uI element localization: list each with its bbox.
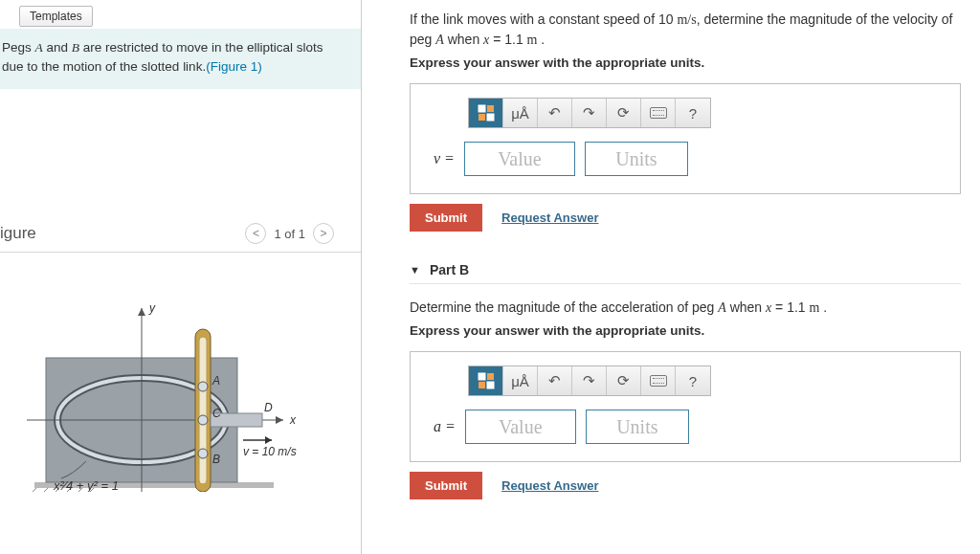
- partA-submit-button[interactable]: Submit: [410, 204, 482, 232]
- svg-rect-15: [199, 337, 207, 484]
- svg-line-2: [42, 488, 48, 492]
- svg-rect-22: [479, 105, 485, 112]
- svg-rect-27: [487, 373, 494, 380]
- label-D: D: [264, 401, 273, 414]
- v-label: v = 10 m/s: [243, 445, 297, 458]
- partA-units-input[interactable]: Units: [585, 142, 688, 176]
- intro-text: Pegs A and B are restricted to move in t…: [2, 40, 323, 74]
- svg-marker-21: [265, 436, 272, 444]
- y-axis-label: y: [148, 301, 156, 315]
- reset-icon[interactable]: ⟳: [607, 366, 641, 395]
- partB-title: Part B: [430, 262, 469, 277]
- partA-express: Express your answer with the appropriate…: [410, 55, 961, 70]
- figure-pager-text: 1 of 1: [274, 227, 305, 241]
- template-tool-icon[interactable]: [469, 99, 503, 127]
- svg-rect-29: [487, 382, 494, 388]
- figure-next-button[interactable]: >: [313, 223, 334, 244]
- help-icon[interactable]: ?: [676, 366, 710, 395]
- collapse-icon: ▼: [410, 264, 420, 276]
- label-B: B: [212, 453, 220, 466]
- partB-toolbar: μÅ ↶ ↷ ⟳ ?: [468, 366, 711, 396]
- figure-title: igure: [0, 224, 36, 243]
- partB-express: Express your answer with the appropriate…: [410, 323, 961, 338]
- partA-variable: v =: [434, 150, 455, 167]
- keyboard-icon[interactable]: [641, 366, 676, 395]
- figure-header: igure < 1 of 1 >: [0, 223, 361, 253]
- undo-icon[interactable]: ↶: [538, 366, 572, 395]
- svg-point-19: [198, 449, 208, 458]
- svg-rect-24: [479, 114, 485, 121]
- diagram-svg: y x D A C B v = 10 m/s: [27, 291, 314, 492]
- figure-pager: < 1 of 1 >: [245, 223, 334, 244]
- svg-rect-28: [479, 382, 485, 388]
- partA-toolbar: μÅ ↶ ↷ ⟳ ?: [468, 98, 711, 128]
- label-A: A: [212, 374, 220, 388]
- partA-value-input[interactable]: Value: [464, 142, 575, 176]
- svg-marker-11: [276, 416, 283, 424]
- partB-value-input[interactable]: Value: [465, 410, 576, 444]
- partB-units-input[interactable]: Units: [586, 410, 689, 444]
- partB-header[interactable]: ▼ Part B: [410, 256, 961, 284]
- partA-request-answer-link[interactable]: Request Answer: [501, 211, 598, 225]
- svg-point-17: [198, 382, 208, 391]
- svg-line-1: [31, 488, 36, 492]
- reset-icon[interactable]: ⟳: [607, 99, 641, 127]
- template-tool-icon[interactable]: [469, 366, 503, 395]
- svg-marker-13: [138, 308, 145, 316]
- undo-icon[interactable]: ↶: [538, 99, 572, 127]
- partA-answer-box: μÅ ↶ ↷ ⟳ ? v = Value Units: [410, 83, 961, 194]
- figure-link[interactable]: (Figure 1): [206, 59, 262, 74]
- left-panel: Templates Pegs A and B are restricted to…: [0, 0, 362, 554]
- problem-intro: Pegs A and B are restricted to move in t…: [0, 29, 361, 89]
- partB-request-answer-link[interactable]: Request Answer: [501, 478, 598, 493]
- figure-prev-button[interactable]: <: [245, 223, 266, 244]
- svg-rect-23: [487, 105, 494, 112]
- ellipse-eq: x²⁄4 + y² = 1: [53, 478, 119, 492]
- keyboard-icon[interactable]: [641, 99, 676, 127]
- templates-button[interactable]: Templates: [19, 6, 93, 27]
- partA-prompt: If the link moves with a constant speed …: [410, 10, 961, 50]
- redo-icon[interactable]: ↷: [572, 366, 607, 395]
- partB-prompt: Determine the magnitude of the accelerat…: [410, 298, 961, 318]
- help-icon[interactable]: ?: [676, 99, 710, 127]
- x-axis-label: x: [289, 413, 297, 427]
- label-C: C: [212, 407, 221, 420]
- units-tool-icon[interactable]: μÅ: [503, 366, 538, 395]
- figure-image: y x D A C B v = 10 m/s: [0, 253, 361, 495]
- svg-rect-26: [479, 373, 485, 380]
- svg-point-18: [198, 415, 208, 425]
- redo-icon[interactable]: ↷: [572, 99, 607, 127]
- svg-rect-25: [487, 114, 494, 121]
- partB-submit-button[interactable]: Submit: [410, 472, 482, 499]
- right-panel: If the link moves with a constant speed …: [362, 0, 980, 554]
- units-tool-icon[interactable]: μÅ: [503, 99, 538, 127]
- partB-answer-box: μÅ ↶ ↷ ⟳ ? a = Value Units: [410, 351, 961, 462]
- partB-variable: a =: [434, 418, 456, 435]
